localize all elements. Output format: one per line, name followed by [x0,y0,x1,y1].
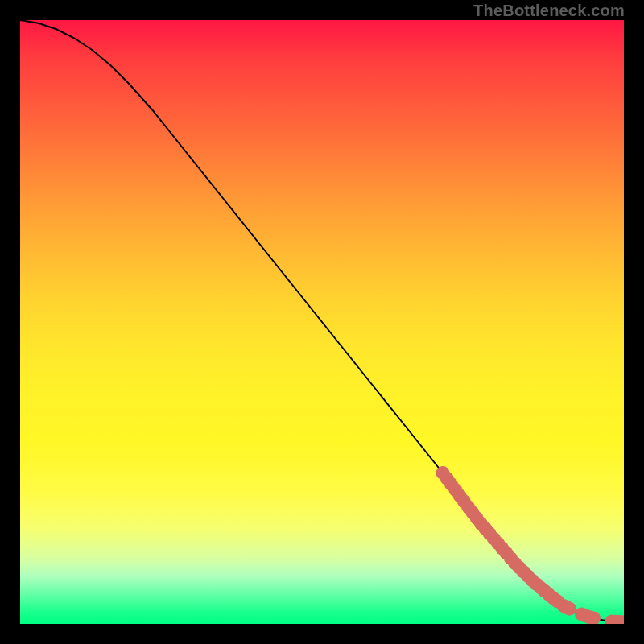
series-marker [605,615,619,625]
series-marker [478,522,492,535]
series-marker [513,561,526,575]
series-marker [613,615,625,624]
series-marker [474,517,488,530]
series-markers [436,466,625,624]
series-marker [465,506,479,519]
series-marker [583,610,597,624]
series-marker [440,472,454,485]
series-marker [457,494,471,508]
series-marker [525,573,539,587]
series-marker [575,608,588,621]
series-marker [530,577,543,591]
series-marker [453,489,467,502]
series-marker [487,531,501,545]
series-marker [538,584,551,598]
series-marker [617,615,625,624]
series-marker [542,588,555,601]
series-marker [436,466,450,480]
series-marker [561,601,575,615]
series-marker [470,511,484,525]
series-marker [609,615,623,624]
series-marker [483,526,497,540]
series-marker [508,556,522,570]
watermark-text: TheBottleneck.com [473,2,625,20]
series-marker [517,565,530,579]
series-marker [547,591,560,605]
series-marker [563,602,576,616]
curve-layer [20,20,624,624]
series-marker [461,500,475,514]
series-marker [521,569,535,583]
series-marker [448,483,462,497]
series-marker [491,537,505,551]
series-marker [500,547,514,560]
chart-stage: TheBottleneck.com [0,0,644,644]
main-curve [20,20,624,622]
curve-path [20,20,624,622]
series-marker [557,599,571,613]
series-marker [579,609,592,623]
series-marker [551,594,564,608]
series-marker [504,551,518,565]
series-marker [495,542,509,555]
series-marker [587,611,601,624]
gradient-plot [20,20,624,624]
series-marker [444,477,458,491]
series-marker [559,600,572,613]
series-marker [534,580,547,594]
